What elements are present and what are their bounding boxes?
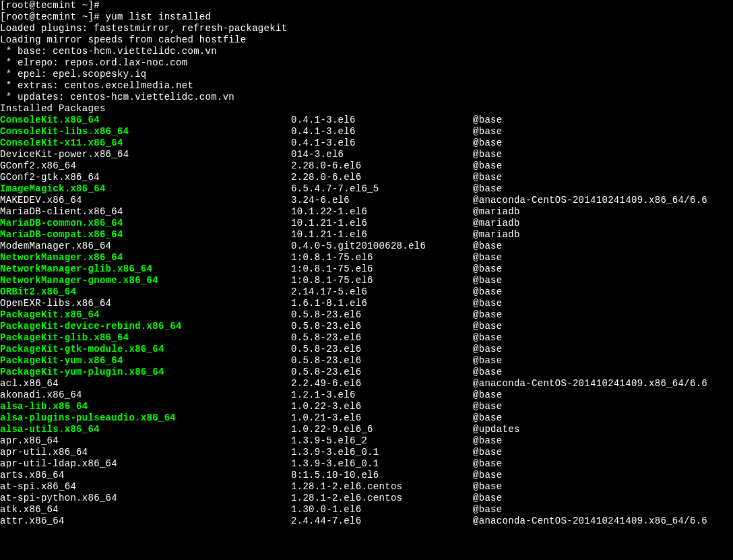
- header-line: * elrepo: repos.ord.lax-noc.com: [0, 57, 733, 69]
- package-repo: @base: [473, 493, 503, 504]
- package-name: GConf2-gtk.x86_64: [0, 172, 291, 183]
- package-name: PackageKit.x86_64: [0, 309, 291, 321]
- package-repo: @base: [473, 137, 503, 149]
- package-version: 0.4.1-3.el6: [291, 126, 473, 137]
- package-repo: @base: [473, 412, 503, 424]
- package-row: DeviceKit-power.x86_64014-3.el6@base: [0, 149, 733, 160]
- package-version: 2.28.0-6.el6: [291, 160, 473, 172]
- package-version: 1:0.8.1-75.el6: [291, 263, 473, 275]
- package-repo: @base: [473, 447, 503, 458]
- package-name: at-spi-python.x86_64: [0, 493, 291, 504]
- package-row: apr-util.x86_641.3.9-3.el6_0.1@base: [0, 447, 733, 458]
- package-repo: @base: [473, 435, 503, 447]
- package-row: alsa-plugins-pulseaudio.x86_641.0.21-3.e…: [0, 412, 733, 424]
- package-version: 1.6.1-8.1.el6: [291, 298, 473, 309]
- package-name: GConf2.x86_64: [0, 160, 291, 172]
- package-version: 10.1.21-1.el6: [291, 218, 473, 229]
- package-version: 0.5.8-23.el6: [291, 355, 473, 367]
- package-repo: @base: [473, 367, 503, 378]
- package-version: 0.5.8-23.el6: [291, 309, 473, 321]
- package-name: ConsoleKit.x86_64: [0, 115, 291, 126]
- package-row: atk.x86_641.30.0-1.el6@base: [0, 504, 733, 516]
- package-row: NetworkManager.x86_641:0.8.1-75.el6@base: [0, 252, 733, 263]
- package-name: ImageMagick.x86_64: [0, 183, 291, 195]
- package-repo: @anaconda-CentOS-201410241409.x86_64/6.6: [473, 195, 707, 206]
- header-line: * extras: centos.excellmedia.net: [0, 80, 733, 92]
- header-line: * updates: centos-hcm.viettelidc.com.vn: [0, 92, 733, 103]
- package-name: MAKEDEV.x86_64: [0, 195, 291, 206]
- package-version: 0.5.8-23.el6: [291, 367, 473, 378]
- package-repo: @base: [473, 275, 503, 286]
- package-version: 2.28.0-6.el6: [291, 172, 473, 183]
- package-repo: @base: [473, 332, 503, 344]
- package-repo: @base: [473, 401, 503, 412]
- package-repo: @base: [473, 344, 503, 355]
- header-line: Installed Packages: [0, 103, 733, 115]
- package-version: 0.4.1-3.el6: [291, 115, 473, 126]
- package-name: NetworkManager-glib.x86_64: [0, 263, 291, 275]
- package-name: alsa-plugins-pulseaudio.x86_64: [0, 412, 291, 424]
- package-name: alsa-utils.x86_64: [0, 424, 291, 435]
- package-row: PackageKit-glib.x86_640.5.8-23.el6@base: [0, 332, 733, 344]
- prompt-line-empty: [root@tecmint ~]#: [0, 0, 733, 11]
- package-repo: @mariadb: [473, 229, 520, 241]
- package-version: 0.5.8-23.el6: [291, 321, 473, 332]
- package-name: apr-util-ldap.x86_64: [0, 458, 291, 470]
- package-version: 1.30.0-1.el6: [291, 504, 473, 516]
- package-version: 3.24-6.el6: [291, 195, 473, 206]
- package-row: alsa-lib.x86_641.0.22-3.el6@base: [0, 401, 733, 412]
- package-repo: @base: [473, 458, 503, 470]
- package-name: DeviceKit-power.x86_64: [0, 149, 291, 160]
- package-version: 2.4.44-7.el6: [291, 516, 473, 527]
- package-name: ConsoleKit-x11.x86_64: [0, 137, 291, 149]
- package-row: ImageMagick.x86_646.5.4.7-7.el6_5@base: [0, 183, 733, 195]
- package-name: atk.x86_64: [0, 504, 291, 516]
- package-repo: @base: [473, 390, 503, 401]
- package-version: 1.28.1-2.el6.centos: [291, 481, 473, 493]
- package-version: 0.5.8-23.el6: [291, 332, 473, 344]
- package-repo: @base: [473, 481, 503, 493]
- package-version: 1.0.22-3.el6: [291, 401, 473, 412]
- package-repo: @base: [473, 126, 503, 137]
- package-row: ConsoleKit-libs.x86_640.4.1-3.el6@base: [0, 126, 733, 137]
- package-row: NetworkManager-gnome.x86_641:0.8.1-75.el…: [0, 275, 733, 286]
- package-version: 1.3.9-3.el6_0.1: [291, 458, 473, 470]
- package-version: 1:0.8.1-75.el6: [291, 275, 473, 286]
- package-name: alsa-lib.x86_64: [0, 401, 291, 412]
- package-row: PackageKit-yum.x86_640.5.8-23.el6@base: [0, 355, 733, 367]
- terminal[interactable]: [root@tecmint ~]# [root@tecmint ~]# yum …: [0, 0, 733, 527]
- header-line: * epel: epel.scopesky.iq: [0, 69, 733, 80]
- package-row: akonadi.x86_641.2.1-3.el6@base: [0, 390, 733, 401]
- package-name: PackageKit-glib.x86_64: [0, 332, 291, 344]
- package-version: 1.3.9-5.el6_2: [291, 435, 473, 447]
- package-version: 1.3.9-3.el6_0.1: [291, 447, 473, 458]
- prompt-line-command: [root@tecmint ~]# yum list installed: [0, 11, 733, 23]
- header-line: Loading mirror speeds from cached hostfi…: [0, 34, 733, 46]
- package-version: 10.1.21-1.el6: [291, 229, 473, 241]
- package-repo: @base: [473, 115, 503, 126]
- package-repo: @updates: [473, 424, 520, 435]
- package-name: MariaDB-compat.x86_64: [0, 229, 291, 241]
- package-row: GConf2.x86_642.28.0-6.el6@base: [0, 160, 733, 172]
- package-repo: @base: [473, 321, 503, 332]
- package-repo: @mariadb: [473, 206, 520, 218]
- package-row: apr-util-ldap.x86_641.3.9-3.el6_0.1@base: [0, 458, 733, 470]
- package-repo: @base: [473, 241, 503, 252]
- package-version: 10.1.22-1.el6: [291, 206, 473, 218]
- package-row: OpenEXR-libs.x86_641.6.1-8.1.el6@base: [0, 298, 733, 309]
- package-name: MariaDB-client.x86_64: [0, 206, 291, 218]
- package-repo: @base: [473, 286, 503, 298]
- package-row: PackageKit-device-rebind.x86_640.5.8-23.…: [0, 321, 733, 332]
- package-row: MariaDB-compat.x86_6410.1.21-1.el6@maria…: [0, 229, 733, 241]
- package-version: 1.0.21-3.el6: [291, 412, 473, 424]
- package-row: ModemManager.x86_640.4.0-5.git20100628.e…: [0, 241, 733, 252]
- package-version: 014-3.el6: [291, 149, 473, 160]
- package-row: at-spi.x86_641.28.1-2.el6.centos@base: [0, 481, 733, 493]
- package-row: GConf2-gtk.x86_642.28.0-6.el6@base: [0, 172, 733, 183]
- package-row: MAKEDEV.x86_643.24-6.el6@anaconda-CentOS…: [0, 195, 733, 206]
- package-repo: @mariadb: [473, 218, 520, 229]
- package-repo: @base: [473, 309, 503, 321]
- package-name: attr.x86_64: [0, 516, 291, 527]
- package-name: apr-util.x86_64: [0, 447, 291, 458]
- package-row: arts.x86_648:1.5.10-10.el6@base: [0, 470, 733, 481]
